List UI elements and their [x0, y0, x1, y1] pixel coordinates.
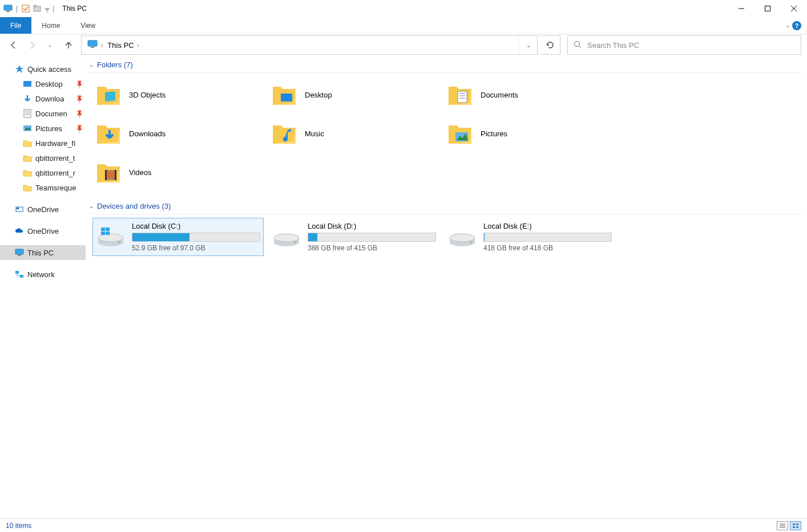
- sidebar-item-label: Quick access: [27, 65, 71, 74]
- svg-rect-28: [281, 94, 292, 101]
- tab-view[interactable]: View: [70, 17, 106, 34]
- pin-icon: 📌: [74, 108, 84, 119]
- drive-item[interactable]: Local Disk (C:)52.9 GB free of 97.0 GB: [92, 218, 264, 256]
- folder-label: Documents: [481, 91, 518, 99]
- svg-rect-58: [793, 523, 795, 525]
- status-bar: 10 items: [0, 518, 807, 532]
- svg-rect-26: [20, 275, 23, 278]
- search-input[interactable]: [587, 41, 795, 50]
- title-bar: | ╤ | This PC: [0, 0, 807, 17]
- folder-label: Videos: [129, 168, 152, 177]
- drive-item[interactable]: Local Disk (D:)388 GB free of 415 GB: [268, 218, 439, 256]
- svg-rect-9: [88, 40, 97, 46]
- svg-rect-43: [101, 228, 105, 231]
- sidebar-quick-item[interactable]: Downloa📌: [0, 91, 86, 106]
- address-bar[interactable]: › This PC › ⌄: [81, 35, 538, 55]
- sidebar-quick-item[interactable]: Hardware_fi: [0, 136, 86, 151]
- sidebar-network[interactable]: Network: [0, 267, 86, 282]
- search-box[interactable]: [567, 35, 801, 55]
- close-button[interactable]: [781, 0, 807, 17]
- back-button[interactable]: [6, 37, 22, 53]
- item-icon: [23, 183, 32, 192]
- svg-rect-14: [23, 81, 31, 87]
- drive-item[interactable]: Local Disk (E:)418 GB free of 418 GB: [444, 218, 615, 256]
- svg-point-11: [575, 41, 580, 46]
- folder-icon: [95, 81, 122, 108]
- up-button[interactable]: [60, 37, 76, 53]
- item-icon: [23, 153, 32, 163]
- svg-rect-44: [106, 228, 110, 231]
- folder-item[interactable]: Videos: [92, 154, 264, 190]
- sidebar-quick-item[interactable]: qbittorrent_r: [0, 165, 86, 180]
- drive-free-text: 388 GB free of 415 GB: [308, 244, 436, 252]
- chevron-right-icon[interactable]: ›: [101, 42, 103, 48]
- maximize-button[interactable]: [754, 0, 781, 17]
- folder-item[interactable]: 3D Objects: [92, 76, 264, 113]
- view-tiles-button[interactable]: [790, 521, 801, 530]
- sidebar-this-pc[interactable]: This PC: [0, 245, 86, 260]
- item-icon: [23, 139, 32, 148]
- item-icon: [23, 79, 32, 88]
- svg-rect-25: [15, 271, 19, 274]
- refresh-button[interactable]: [540, 35, 560, 55]
- sidebar-quick-item[interactable]: Documen📌: [0, 106, 86, 121]
- sidebar-item-label: Downloa: [35, 95, 64, 103]
- folder-icon: [271, 81, 298, 108]
- history-dropdown[interactable]: ⌄: [42, 37, 58, 53]
- quick-access-icon: [15, 64, 24, 74]
- forward-button[interactable]: [24, 37, 40, 53]
- chevron-right-icon[interactable]: ›: [138, 42, 139, 48]
- sidebar-onedrive-local[interactable]: OneDrive: [0, 202, 86, 217]
- tab-file[interactable]: File: [0, 17, 31, 34]
- svg-rect-0: [4, 5, 12, 10]
- this-pc-icon: [87, 40, 98, 50]
- item-icon: [23, 94, 32, 103]
- folder-item[interactable]: Pictures: [444, 115, 615, 152]
- status-item-count: 10 items: [6, 522, 31, 530]
- minimize-button[interactable]: [728, 0, 754, 17]
- qat-dropdown-icon[interactable]: ╤: [45, 6, 49, 12]
- svg-rect-27: [105, 91, 115, 101]
- drive-usage-bar: [132, 233, 260, 242]
- svg-point-50: [294, 242, 296, 243]
- folder-item[interactable]: Desktop: [268, 76, 439, 113]
- sidebar-item-label: Network: [27, 270, 55, 279]
- sidebar-item-label: Pictures: [35, 124, 62, 133]
- sidebar-onedrive-cloud[interactable]: OneDrive: [0, 224, 86, 238]
- view-details-button[interactable]: [777, 521, 788, 530]
- svg-rect-6: [765, 6, 770, 11]
- drive-label: Local Disk (C:): [132, 222, 260, 230]
- sidebar-quick-access[interactable]: Quick access: [0, 62, 86, 76]
- group-title-label: Devices and drives (3): [97, 202, 171, 210]
- drive-usage-bar: [308, 233, 436, 242]
- item-icon: [23, 124, 32, 133]
- this-pc-icon: [15, 248, 24, 257]
- svg-rect-61: [796, 526, 798, 528]
- qat-newfolder-icon[interactable]: [33, 4, 42, 13]
- sidebar-quick-item[interactable]: qbittorrent_t: [0, 151, 86, 165]
- folder-item[interactable]: Downloads: [92, 115, 264, 152]
- group-header-drives[interactable]: ⌄ Devices and drives (3): [89, 197, 801, 214]
- sidebar-quick-item[interactable]: Teamsreque: [0, 180, 86, 195]
- sidebar-quick-item[interactable]: Pictures📌: [0, 121, 86, 136]
- qat-properties-icon[interactable]: [21, 4, 30, 13]
- group-header-folders[interactable]: ⌄ Folders (7): [89, 56, 801, 73]
- svg-line-12: [579, 46, 582, 48]
- sidebar-quick-item[interactable]: Desktop📌: [0, 76, 86, 91]
- sidebar-item-label: Desktop: [35, 80, 63, 88]
- folder-label: Pictures: [481, 129, 507, 138]
- ribbon: File Home View ⌄ ?: [0, 17, 807, 34]
- svg-rect-60: [793, 526, 795, 528]
- folder-item[interactable]: Music: [268, 115, 439, 152]
- pin-icon: 📌: [74, 78, 84, 89]
- address-history-dropdown[interactable]: ⌄: [519, 36, 537, 54]
- breadcrumb-this-pc[interactable]: This PC ›: [105, 41, 142, 50]
- sidebar-item-label: Teamsreque: [35, 184, 76, 192]
- tab-home[interactable]: Home: [31, 17, 70, 34]
- help-button[interactable]: ?: [792, 21, 801, 30]
- folder-item[interactable]: Documents: [444, 76, 615, 113]
- ribbon-expand-icon[interactable]: ⌄: [785, 22, 790, 29]
- svg-rect-37: [115, 170, 116, 180]
- svg-rect-4: [34, 5, 37, 7]
- sidebar-item-label: Hardware_fi: [35, 139, 75, 148]
